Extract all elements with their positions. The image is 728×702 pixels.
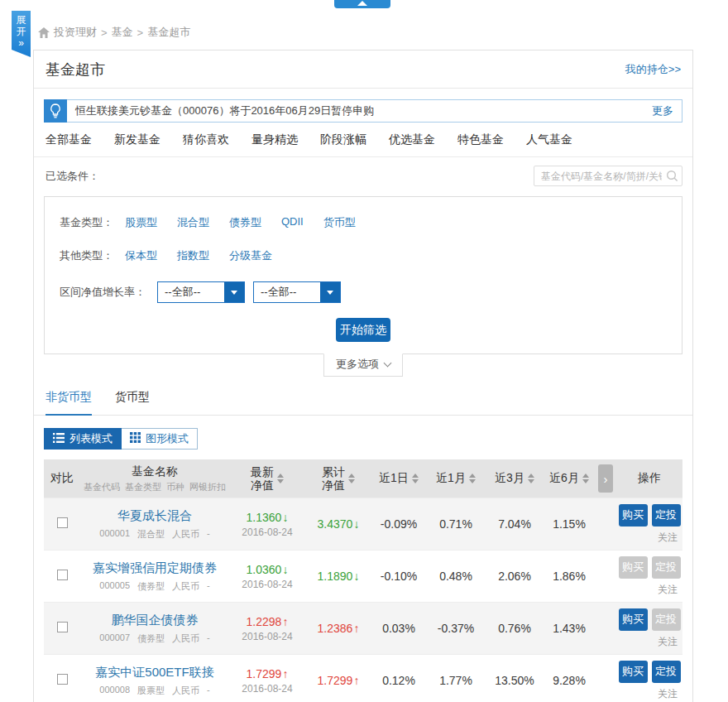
buy-button[interactable]: 购买 <box>619 608 648 631</box>
fund-meta: 000005债券型人民币- <box>80 580 229 593</box>
breadcrumb-item[interactable]: 基金 <box>112 25 133 40</box>
tab-new-funds[interactable]: 新发基金 <box>114 132 160 147</box>
return-6month: 1.86% <box>544 570 595 583</box>
sort-icons[interactable] <box>528 474 534 483</box>
auto-invest-button[interactable]: 定投 <box>652 661 681 683</box>
sort-icons[interactable] <box>412 474 419 483</box>
tab-preferred-funds[interactable]: 优选基金 <box>389 132 435 147</box>
header-cumulative-nav: 累计净值 <box>305 465 371 492</box>
filter-option-capital-protected[interactable]: 保本型 <box>125 248 157 263</box>
trend-arrow-icon: ↑ <box>282 615 288 628</box>
breadcrumb-separator: > <box>137 26 144 39</box>
search-input[interactable] <box>534 166 682 186</box>
filter-option-qdii[interactable]: QDII <box>281 215 304 230</box>
latest-nav-value: 1.7299↑ <box>229 667 305 680</box>
tab-non-monetary[interactable]: 非货币型 <box>46 390 92 416</box>
filter-option-bond[interactable]: 债券型 <box>229 215 261 230</box>
fund-name-link[interactable]: 嘉实增强信用定期债券 <box>80 560 229 576</box>
fund-name-link[interactable]: 华夏成长混合 <box>80 508 229 524</box>
auto-invest-button[interactable]: 定投 <box>652 504 681 526</box>
fund-type-filter-row: 基金类型： 股票型 混合型 债券型 QDII 货币型 <box>60 215 667 230</box>
compare-checkbox[interactable] <box>57 674 68 685</box>
compare-checkbox[interactable] <box>57 622 68 632</box>
follow-link[interactable]: 关注 <box>616 687 682 701</box>
tab-period-gain[interactable]: 阶段涨幅 <box>320 132 366 147</box>
chevron-up-icon <box>357 1 367 6</box>
fund-meta: 000008股票型人民币- <box>80 685 229 697</box>
fund-name-link[interactable]: 嘉实中证500ETF联接 <box>80 665 229 680</box>
filter-option-stock[interactable]: 股票型 <box>125 215 157 230</box>
fund-name-link[interactable]: 鹏华国企债债券 <box>80 613 229 628</box>
announcement-text[interactable]: 恒生联接美元钞基金（000076）将于2016年06月29日暂停申购 <box>75 103 652 118</box>
trend-arrow-icon: ↑ <box>353 622 359 635</box>
collapse-page-button[interactable] <box>334 0 390 8</box>
page-title: 基金超市 <box>46 60 105 79</box>
dropdown-button[interactable] <box>224 282 244 302</box>
growth-rate-label: 区间净值增长率： <box>60 285 146 300</box>
nav-date: 2016-08-24 <box>229 683 305 695</box>
list-icon <box>53 433 65 445</box>
fund-nav-tabs: 全部基金 新发基金 猜你喜欢 量身精选 阶段涨幅 优选基金 特色基金 人气基金 <box>34 123 692 157</box>
buy-button[interactable]: 购买 <box>619 504 648 526</box>
tab-all-funds[interactable]: 全部基金 <box>46 132 92 147</box>
panel-header: 基金超市 我的持仓>> <box>34 50 692 89</box>
view-mode-switch: 列表模式 图形模式 <box>44 428 198 450</box>
return-3month: 0.76% <box>486 622 544 635</box>
filter-option-currency[interactable]: 货币型 <box>323 215 356 230</box>
nav-date: 2016-08-24 <box>229 579 305 590</box>
nav-date: 2016-08-24 <box>229 631 305 642</box>
my-holdings-link[interactable]: 我的持仓>> <box>625 62 681 77</box>
tab-popular-funds[interactable]: 人气基金 <box>526 132 572 147</box>
follow-link[interactable]: 关注 <box>616 531 682 545</box>
list-mode-button[interactable]: 列表模式 <box>44 428 122 450</box>
filter-option-index[interactable]: 指数型 <box>177 248 209 263</box>
header-1month: 近1月 <box>426 471 486 486</box>
buy-button[interactable]: 购买 <box>619 661 648 683</box>
grid-mode-button[interactable]: 图形模式 <box>122 428 198 450</box>
growth-to-select[interactable]: --全部-- <box>253 281 341 303</box>
breadcrumb: 投资理财 > 基金 > 基金超市 <box>38 25 190 40</box>
latest-nav-value: 1.0360↓ <box>229 563 305 576</box>
sort-icons[interactable] <box>348 474 355 483</box>
return-1day: -0.10% <box>371 570 426 583</box>
filter-option-mixed[interactable]: 混合型 <box>177 215 209 230</box>
return-1month: 1.77% <box>426 674 486 687</box>
growth-from-value: --全部-- <box>158 282 224 302</box>
dropdown-button[interactable] <box>320 282 340 302</box>
auto-invest-button[interactable]: 定投 <box>652 608 681 631</box>
start-filter-button[interactable]: 开始筛选 <box>336 318 390 342</box>
tab-tailored[interactable]: 量身精选 <box>251 132 298 147</box>
header-compare: 对比 <box>44 471 80 486</box>
breadcrumb-current: 基金超市 <box>147 25 190 40</box>
expand-sidebar-tab[interactable]: 展 开 » <box>12 11 31 57</box>
header-6month: 近6月 <box>544 471 595 486</box>
auto-invest-button[interactable]: 定投 <box>652 556 681 579</box>
header-1day: 近1日 <box>371 471 426 486</box>
return-1day: -0.09% <box>371 517 426 531</box>
sort-icons[interactable] <box>469 474 476 483</box>
growth-from-select[interactable]: --全部-- <box>157 281 245 303</box>
return-6month: 1.15% <box>544 517 595 531</box>
fund-meta: 000007债券型人民币- <box>80 632 229 645</box>
follow-link[interactable]: 关注 <box>616 635 682 649</box>
chevron-down-icon <box>327 291 333 295</box>
other-type-label: 其他类型： <box>60 248 113 263</box>
tab-featured-funds[interactable]: 特色基金 <box>457 132 504 147</box>
announcement-more-link[interactable]: 更多 <box>652 103 673 118</box>
filter-option-graded[interactable]: 分级基金 <box>229 248 272 263</box>
more-options-toggle[interactable]: 更多选项 <box>323 353 403 377</box>
follow-link[interactable]: 关注 <box>616 583 682 597</box>
compare-checkbox[interactable] <box>57 570 68 580</box>
sort-icons[interactable] <box>277 474 284 483</box>
tab-guess-you-like[interactable]: 猜你喜欢 <box>183 132 229 147</box>
breadcrumb-item[interactable]: 投资理财 <box>54 25 97 40</box>
table-row: 嘉实中证500ETF联接 000008股票型人民币- 1.7299↑ 2016-… <box>44 654 682 702</box>
search-icon[interactable] <box>666 170 678 185</box>
buy-button[interactable]: 购买 <box>619 556 648 579</box>
next-columns-button[interactable]: › <box>598 464 613 493</box>
tab-monetary[interactable]: 货币型 <box>115 390 150 415</box>
compare-checkbox[interactable] <box>57 517 68 528</box>
home-icon[interactable] <box>38 27 50 38</box>
double-chevron-right-icon: » <box>12 38 31 48</box>
sort-icons[interactable] <box>582 474 589 483</box>
